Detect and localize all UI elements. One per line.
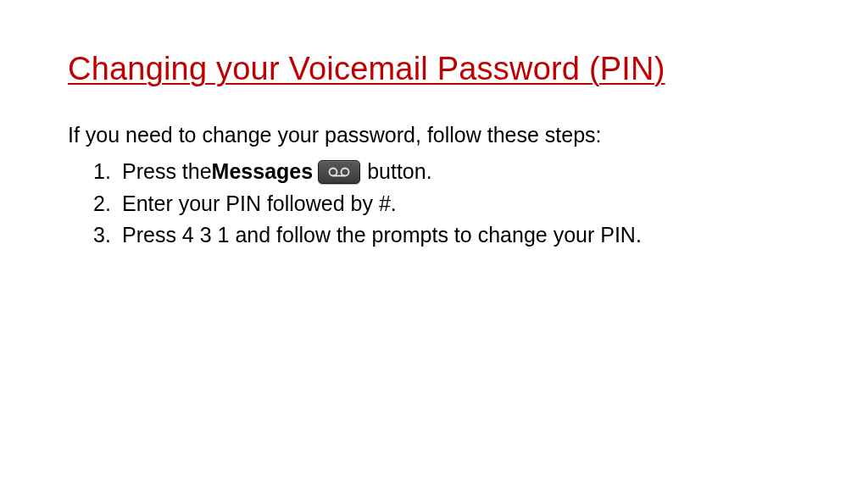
voicemail-icon — [328, 166, 350, 178]
step-text-pre: Press the — [122, 156, 212, 188]
intro-text: If you need to change your password, fol… — [68, 123, 800, 147]
step-number: 3. — [93, 219, 122, 252]
svg-point-0 — [330, 168, 337, 175]
step-text: Press 4 3 1 and follow the prompts to ch… — [122, 219, 642, 252]
page-title: Changing your Voicemail Password (PIN) — [68, 51, 800, 87]
step-2: 2. Enter your PIN followed by #. — [93, 188, 800, 220]
svg-point-1 — [342, 168, 349, 175]
step-bold-word: Messages — [212, 156, 314, 188]
step-3: 3. Press 4 3 1 and follow the prompts to… — [93, 219, 800, 252]
step-number: 2. — [93, 188, 122, 220]
steps-list: 1. Press the Messages button. 2. Enter y… — [68, 156, 800, 252]
messages-button-icon — [318, 160, 360, 184]
step-text: Enter your PIN followed by #. — [122, 188, 397, 220]
step-text-post: button. — [367, 156, 431, 188]
step-1: 1. Press the Messages button. — [93, 156, 800, 188]
step-number: 1. — [93, 156, 122, 188]
